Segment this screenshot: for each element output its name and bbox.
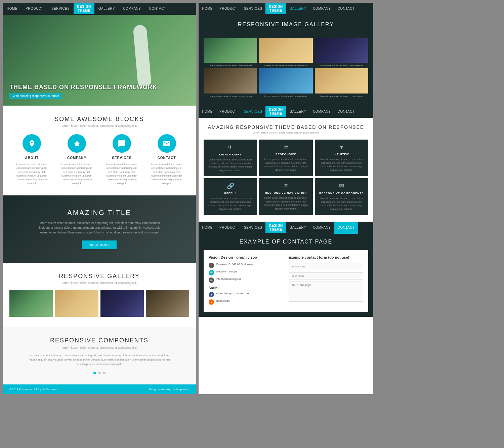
amazing-body: Lorem ipsum dolor sit amet, consectetuer… xyxy=(36,221,163,235)
message-input[interactable] xyxy=(289,282,364,302)
footer-left: © 2014 Responsee, All Rights Reserved xyxy=(9,388,57,391)
footer-right: Design and coding by Responsee xyxy=(149,388,189,391)
r-nav-services[interactable]: SERVICES xyxy=(241,3,265,15)
hero-figure xyxy=(122,18,162,102)
s-nav-home[interactable]: HOME xyxy=(199,106,216,118)
gallery-grid: Lorem ipsum dolor sit amet, consectetuer… xyxy=(9,290,189,317)
c-nav-brand[interactable]: DesIGN theME xyxy=(265,222,286,233)
block-icon-services xyxy=(113,134,131,153)
r-nav-brand[interactable]: DesIGN theME xyxy=(265,3,286,14)
gallery-page-heading: RESPONSIVE IMAGE GALLERY xyxy=(205,22,367,28)
components-section: RESPONSIVE COMPONENTS Lorem ipsum dolor … xyxy=(3,327,196,385)
r-nav-gallery[interactable]: GALLERY xyxy=(286,3,309,15)
name-input[interactable] xyxy=(289,272,364,279)
nav-gallery[interactable]: GALLERY xyxy=(94,3,119,15)
social-item-0: Vision Design - graphic zoo xyxy=(216,292,249,295)
service-label-4: RESPONSIVE NAVIGATION xyxy=(262,191,310,194)
c-nav-company[interactable]: COMPANY xyxy=(309,222,334,234)
s-nav-company[interactable]: COMPANY xyxy=(309,106,334,118)
block-desc-0: Lorem ipsum dolor sit amet, consectetuer… xyxy=(15,162,49,185)
contact-header: EXAMPLE OF CONTACT PAGE xyxy=(204,239,368,245)
s-nav-services[interactable]: SERVICES xyxy=(241,106,265,118)
components-body: Lorem ipsum dolor sit amet, consectetuer… xyxy=(29,353,170,366)
social-heading: Social xyxy=(209,286,284,290)
dot-1[interactable] xyxy=(93,372,96,374)
email-input[interactable] xyxy=(289,263,364,270)
nav-home[interactable]: HOME xyxy=(3,3,22,15)
s-nav-brand[interactable]: DesIGN theME xyxy=(265,106,286,117)
c-nav-services[interactable]: SERVICES xyxy=(241,222,265,234)
address-text: Galajova 19, 841 02 Bratislava xyxy=(216,263,253,266)
services-subtitle: Lorem ipsum dolor sit amet, consectetuer… xyxy=(204,131,368,134)
gallery-r-img-1: Lorem ipsum dolor sit amet, consectetuer… xyxy=(259,38,312,66)
contact-section: EXAMPLE OF CONTACT PAGE Vision Design - … xyxy=(199,234,373,317)
block-company: COMPANY Lorem ipsum dolor sit amet, cons… xyxy=(60,134,94,185)
block-label-1: COMPANY xyxy=(60,156,94,160)
mail-icon: ✉ xyxy=(209,277,214,283)
form-heading: Example contact form (do not use) xyxy=(289,255,364,259)
nav-contact[interactable]: CONTACT xyxy=(145,3,170,15)
service-label-2: INTUITIVE xyxy=(318,153,366,156)
contact-page: HOME PRODUCT SERVICES DesIGN theME GALLE… xyxy=(199,222,373,317)
gallery-img-2 xyxy=(100,290,144,317)
block-desc-3: Lorem ipsum dolor sit amet, consectetuer… xyxy=(150,162,183,185)
components-heading: RESPONSIVE COMPONENTS xyxy=(9,337,189,344)
rss-icon: ● xyxy=(209,299,214,305)
r-nav-company[interactable]: COMPANY xyxy=(309,3,334,15)
gallery-r-img-4: Lorem ipsum dolor sit amet, consectetuer… xyxy=(259,68,312,97)
gallery-page-header: RESPONSIVE IMAGE GALLERY xyxy=(199,15,373,34)
read-more-button[interactable]: READ MORE xyxy=(82,240,117,249)
gallery-r-img-2: Lorem ipsum dolor sit amet, consectetuer… xyxy=(315,38,368,66)
c-nav-gallery[interactable]: GALLERY xyxy=(286,222,309,234)
service-label-3: USEFUL xyxy=(206,192,254,195)
r-nav-product[interactable]: PRODUCT xyxy=(216,3,241,15)
service-card-0: ✈ LIGHTWEIGHT Lorem ipsum dolor sit amet… xyxy=(204,140,257,176)
block-desc-1: Lorem ipsum dolor sit amet, consectetuer… xyxy=(60,162,94,185)
s-nav-gallery[interactable]: GALLERY xyxy=(286,106,309,118)
contact-info: Vision Design - graphic zoo 📍 Galajova 1… xyxy=(209,255,284,307)
block-icon-about xyxy=(23,134,41,153)
nav-services[interactable]: SERVICES xyxy=(47,3,74,15)
block-contact: CONTACT Lorem ipsum dolor sit amet, cons… xyxy=(150,134,183,185)
gallery-thumb-2: Lorem ipsum dolor sit amet, consectetuer… xyxy=(100,290,144,317)
c-nav-contact[interactable]: CONTACT xyxy=(334,222,358,234)
gallery-r-cap-0: Lorem ipsum dolor sit amet, consectetuer… xyxy=(204,64,257,66)
amazing-section: AMAZING TITLE Lorem ipsum dolor sit amet… xyxy=(3,195,196,263)
contact-page-nav: HOME PRODUCT SERVICES DesIGN theME GALLE… xyxy=(199,222,373,234)
gallery-r-cap-5: Lorem ipsum dolor sit amet, consectetuer… xyxy=(315,95,368,97)
hero-section: THEME BASED ON RESPONSEE FRAMEWORK With … xyxy=(3,15,196,106)
gallery-images: Lorem ipsum dolor sit amet, consectetuer… xyxy=(199,34,373,106)
dot-3[interactable] xyxy=(103,372,106,374)
email-item: ✉ info@visiondesign.sk xyxy=(209,277,284,283)
nav-company[interactable]: COMPANY xyxy=(119,3,145,15)
components-icon: ✉ xyxy=(318,182,366,190)
nav-brand[interactable]: DesIGN theME xyxy=(74,3,94,14)
services-page-nav: HOME PRODUCT SERVICES DesIGN theME GALLE… xyxy=(199,106,373,118)
s-nav-contact[interactable]: CONTACT xyxy=(334,106,358,118)
gallery-r-img-0: Lorem ipsum dolor sit amet, consectetuer… xyxy=(204,38,257,66)
s-nav-product[interactable]: PRODUCT xyxy=(216,106,241,118)
footer: © 2014 Responsee, All Rights Reserved De… xyxy=(3,384,196,394)
gallery-thumb-3: Lorem ipsum dolor sit amet, consectetuer… xyxy=(146,290,189,317)
nav-icon: ≡ xyxy=(262,182,310,189)
service-card-3: 🔗 USEFUL Lorem ipsum dolor sit amet, con… xyxy=(204,178,257,215)
r-nav-contact[interactable]: CONTACT xyxy=(334,3,358,15)
r-nav-home[interactable]: HOME xyxy=(199,3,216,15)
social-rs-item: ● Responsee xyxy=(209,299,284,305)
gallery-r-cap-3: Lorem ipsum dolor sit amet, consectetuer… xyxy=(204,95,257,97)
block-label-0: ABOUT xyxy=(15,156,49,160)
services-grid: ✈ LIGHTWEIGHT Lorem ipsum dolor sit amet… xyxy=(204,140,368,215)
gallery-page: HOME PRODUCT SERVICES DesIGN theME GALLE… xyxy=(199,3,373,106)
service-desc-3: Lorem ipsum dolor sit amet, consectetuer… xyxy=(206,197,254,211)
services-heading: AMAZING RESPONSIVE THEME BASED ON RESPON… xyxy=(204,124,368,130)
nav-product[interactable]: PRODUCT xyxy=(22,3,47,15)
c-nav-home[interactable]: HOME xyxy=(199,222,216,234)
globe-icon: 🌍 xyxy=(209,270,214,275)
social-fb-item: f Vision Design - graphic zoo xyxy=(209,292,284,297)
service-label-1: RESPONSIVE xyxy=(262,153,310,156)
c-nav-product[interactable]: PRODUCT xyxy=(216,222,241,234)
dot-2[interactable] xyxy=(98,372,101,374)
awesome-blocks-heading: SOME AWESOME BLOCKS xyxy=(9,116,189,123)
block-label-2: SERVICES xyxy=(105,156,138,160)
company-name: Vision Design - graphic zoo xyxy=(209,255,284,259)
